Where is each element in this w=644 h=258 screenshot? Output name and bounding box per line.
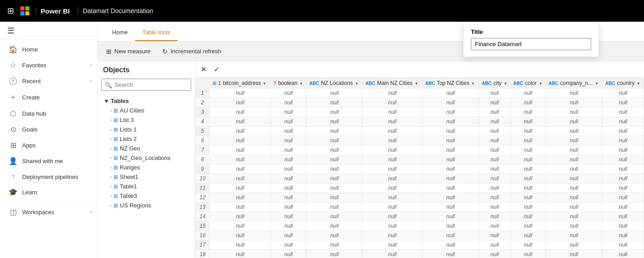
sidebar-item-label: Workspaces	[22, 209, 54, 216]
cell-null: null	[602, 117, 644, 127]
cell-null: null	[422, 155, 479, 164]
sidebar-item-favorites[interactable]: ☆ Favorites ›	[0, 57, 97, 73]
hamburger-button[interactable]: ☰	[4, 24, 18, 38]
cell-null: null	[362, 89, 422, 98]
new-measure-button[interactable]: ⊞ New measure	[101, 45, 155, 58]
sidebar-item-label: Favorites	[22, 62, 46, 69]
sidebar-item-create[interactable]: ＋ Create	[0, 89, 97, 106]
sort-icon[interactable]: ▾	[415, 81, 418, 86]
row-number: 9	[196, 164, 210, 174]
table-item-usregions[interactable]: › ⊞ US Regions	[103, 201, 189, 210]
sidebar-item-workspaces[interactable]: ◫ Workspaces ›	[0, 204, 97, 220]
sidebar-item-deployment[interactable]: ↑ Deployment pipelines	[0, 169, 97, 184]
table-icon: ⊞	[113, 117, 118, 123]
cell-null: null	[545, 89, 602, 98]
cell-null: null	[210, 240, 271, 250]
chevron-right-icon: ›	[110, 165, 112, 170]
row-number-header	[196, 78, 210, 89]
sort-icon[interactable]: ▾	[596, 81, 598, 86]
table-row: 12nullnullnullnullnullnullnullnullnull	[196, 193, 644, 202]
col-header-city[interactable]: ABC city ▾	[479, 78, 511, 89]
apps-icon: ⊞	[9, 141, 18, 150]
cell-null: null	[602, 250, 644, 258]
table-item-au-cities[interactable]: › ⊞ AU Cities	[103, 106, 189, 115]
confirm-edit-button[interactable]: ✓	[212, 64, 221, 75]
col-header-nz-locations[interactable]: ABC NZ Locations ▾	[306, 78, 362, 89]
chevron-right-icon: ›	[110, 156, 112, 160]
col-header-company-name[interactable]: ABC company_n... ▾	[545, 78, 602, 89]
table-item-list3[interactable]: › ⊞ List 3	[103, 115, 189, 125]
tables-label: Tables	[111, 98, 129, 104]
sort-icon[interactable]: ▾	[472, 81, 474, 86]
col-header-top-nz-cities[interactable]: ABC Top NZ Cities ▾	[422, 78, 479, 89]
incremental-refresh-icon: ↻	[162, 48, 168, 55]
cell-null: null	[306, 174, 362, 183]
table-icon: ⊞	[113, 127, 118, 133]
sort-icon[interactable]: ▾	[356, 81, 358, 86]
cell-null: null	[510, 164, 545, 174]
table-row: 14nullnullnullnullnullnullnullnullnull	[196, 212, 644, 221]
col-type-abc-icon: ABC	[605, 81, 615, 86]
cell-null: null	[479, 136, 511, 145]
cell-null: null	[602, 145, 644, 155]
waffle-icon[interactable]: ⊞	[5, 4, 16, 18]
table-item-table1[interactable]: › ⊞ Table1	[103, 182, 189, 191]
tab-home[interactable]: Home	[105, 24, 135, 41]
sidebar-item-goals[interactable]: ⊙ Goals	[0, 122, 97, 137]
sidebar-item-home[interactable]: 🏠 Home	[0, 42, 97, 57]
sidebar-item-sharedwithme[interactable]: 👤 Shared with me	[0, 153, 97, 169]
cell-null: null	[306, 127, 362, 136]
sidebar-item-apps[interactable]: ⊞ Apps	[0, 137, 97, 153]
cancel-edit-button[interactable]: ✕	[199, 64, 208, 75]
cell-null: null	[362, 108, 422, 117]
table-item-sheet1[interactable]: › ⊞ Sheet1	[103, 172, 189, 182]
cell-null: null	[362, 193, 422, 202]
row-number: 16	[196, 231, 210, 240]
table-item-nzgeolocations[interactable]: › ⊞ NZ_Geo_Locations	[103, 153, 189, 163]
cell-null: null	[602, 164, 644, 174]
col-header-boolean[interactable]: ? boolean ▾	[271, 78, 306, 89]
incremental-refresh-button[interactable]: ↻ Incremental refresh	[157, 45, 226, 58]
col-name: color	[525, 80, 537, 86]
table-icon: ⊞	[113, 174, 118, 180]
col-header-main-nz-cities[interactable]: ABC Main NZ Cities ▾	[362, 78, 422, 89]
tab-tabletools[interactable]: Table tools	[135, 24, 178, 41]
table-row: 3nullnullnullnullnullnullnullnullnull	[196, 108, 644, 117]
table-item-ranges[interactable]: › ⊞ Ranges	[103, 163, 189, 172]
sidebar-item-learn[interactable]: 🎓 Learn	[0, 184, 97, 200]
cell-null: null	[510, 155, 545, 164]
cell-null: null	[545, 155, 602, 164]
col-header-color[interactable]: ABC color ▾	[510, 78, 545, 89]
col-header-country[interactable]: ABC country ▾	[602, 78, 644, 89]
tables-section-header[interactable]: ▾ Tables	[103, 96, 189, 106]
table-item-table3[interactable]: › ⊞ Table3	[103, 191, 189, 201]
chevron-down-icon: ▾	[105, 98, 108, 104]
row-number: 17	[196, 240, 210, 250]
title-input[interactable]	[471, 38, 591, 50]
sort-icon[interactable]: ▾	[263, 81, 266, 86]
table-item-lists2[interactable]: › ⊞ Lists 2	[103, 134, 189, 144]
cell-null: null	[210, 183, 271, 193]
cell-null: null	[602, 221, 644, 231]
cell-null: null	[510, 221, 545, 231]
col-header-bitcoin-address[interactable]: ⊞ Σ bitcoin_address ▾	[210, 78, 271, 89]
table-item-nzgeo[interactable]: › ⊞ NZ Geo	[103, 144, 189, 153]
sort-icon[interactable]: ▾	[300, 81, 302, 86]
objects-search-input[interactable]	[101, 79, 191, 91]
cell-null: null	[271, 108, 306, 117]
cell-null: null	[479, 127, 511, 136]
sort-icon[interactable]: ▾	[504, 81, 507, 86]
sort-icon[interactable]: ▾	[637, 81, 639, 86]
table-item-lists1[interactable]: › ⊞ Lists 1	[103, 125, 189, 134]
cell-null: null	[545, 127, 602, 136]
cell-null: null	[271, 127, 306, 136]
create-icon: ＋	[9, 93, 18, 102]
table-row: 6nullnullnullnullnullnullnullnullnull	[196, 136, 644, 145]
row-number: 8	[196, 155, 210, 164]
sort-icon[interactable]: ▾	[540, 81, 542, 86]
sidebar-item-recent[interactable]: 🕐 Recent ›	[0, 73, 97, 89]
grid-container[interactable]: ⊞ Σ bitcoin_address ▾ ? bool	[195, 78, 644, 258]
sidebar-item-datahub[interactable]: ⬡ Data hub	[0, 106, 97, 122]
cell-null: null	[545, 250, 602, 258]
nav-divider	[0, 202, 97, 202]
